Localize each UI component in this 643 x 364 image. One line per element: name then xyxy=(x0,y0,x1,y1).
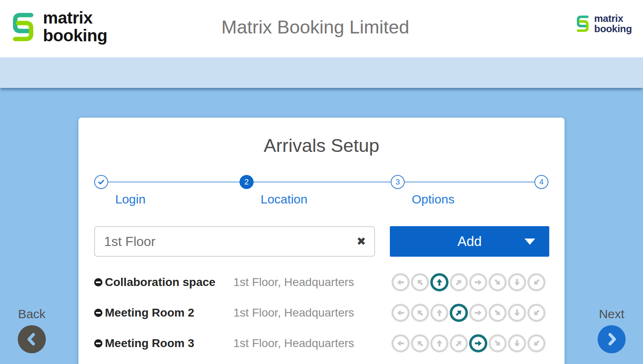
location-path: 1st Floor, Headquarters xyxy=(233,337,354,350)
direction-down-left-button[interactable] xyxy=(527,273,546,291)
logo-small-line1: matrix xyxy=(594,13,632,24)
location-row: Collaboration space 1st Floor, Headquart… xyxy=(94,267,549,298)
direction-down-right-button[interactable] xyxy=(489,304,507,322)
step-number: 3 xyxy=(396,177,400,187)
step-location[interactable]: 2 Location xyxy=(240,175,254,189)
direction-selector xyxy=(391,273,546,291)
location-row: Meeting Room 3 1st Floor, Headquarters xyxy=(94,328,549,359)
direction-up-left-button[interactable] xyxy=(411,334,429,352)
step-options-label: Options xyxy=(412,192,454,206)
location-search-input[interactable] xyxy=(94,226,375,257)
direction-up-right-button[interactable] xyxy=(450,304,468,322)
step-number: 2 xyxy=(244,177,249,187)
step-4-circle[interactable]: 4 xyxy=(534,175,548,189)
location-search: ✖ xyxy=(94,226,375,257)
direction-right-button[interactable] xyxy=(469,273,487,291)
chevron-left-icon xyxy=(24,332,39,347)
direction-right-button[interactable] xyxy=(469,304,487,322)
direction-right-button[interactable] xyxy=(469,334,487,352)
direction-up-left-button[interactable] xyxy=(411,273,429,291)
direction-down-right-button[interactable] xyxy=(489,334,507,352)
direction-left-button[interactable] xyxy=(391,334,410,352)
direction-selector xyxy=(391,304,546,322)
stepper-track xyxy=(101,182,541,182)
check-icon xyxy=(97,178,105,186)
direction-left-button[interactable] xyxy=(391,304,410,322)
location-name: Meeting Room 2 xyxy=(105,306,194,319)
next-button[interactable] xyxy=(598,325,626,353)
direction-up-left-button[interactable] xyxy=(411,304,429,322)
page-title: Arrivals Setup xyxy=(78,135,565,156)
chevron-down-icon xyxy=(524,239,535,245)
direction-left-button[interactable] xyxy=(391,273,410,291)
location-path: 1st Floor, Headquarters xyxy=(233,306,354,319)
direction-down-left-button[interactable] xyxy=(527,334,546,352)
step-location-circle[interactable]: 2 xyxy=(240,175,254,189)
direction-up-right-button[interactable] xyxy=(450,273,468,291)
direction-up-button[interactable] xyxy=(430,304,448,322)
chevron-right-icon xyxy=(604,332,619,347)
direction-up-right-button[interactable] xyxy=(450,334,468,352)
logo-small-wordmark: matrix booking xyxy=(594,13,632,34)
step-number: 4 xyxy=(539,177,544,187)
matrix-booking-logo-small: matrix booking xyxy=(575,13,632,34)
step-4[interactable]: 4 xyxy=(534,175,548,189)
direction-up-button[interactable] xyxy=(430,334,448,352)
direction-down-button[interactable] xyxy=(508,334,526,352)
back-label: Back xyxy=(18,307,46,321)
remove-icon[interactable] xyxy=(94,309,102,317)
step-location-label: Location xyxy=(261,192,307,206)
logo-small-line2: booking xyxy=(594,24,632,34)
direction-down-button[interactable] xyxy=(508,273,526,291)
header-sub-band xyxy=(0,57,643,88)
location-name: Meeting Room 3 xyxy=(105,337,194,350)
step-login-circle[interactable] xyxy=(94,175,108,189)
remove-icon[interactable] xyxy=(94,278,102,286)
step-login[interactable]: Login xyxy=(94,175,108,189)
add-button[interactable]: Add xyxy=(390,226,549,257)
direction-up-button[interactable] xyxy=(430,273,448,291)
app-header: matrix booking Matrix Booking Limited ma… xyxy=(0,0,643,57)
direction-down-button[interactable] xyxy=(508,304,526,322)
step-options-circle[interactable]: 3 xyxy=(391,175,405,189)
direction-selector xyxy=(391,334,546,352)
arrivals-setup-card: Arrivals Setup Login 2 Location 3 Option… xyxy=(78,118,565,364)
add-button-label: Add xyxy=(458,234,482,249)
remove-icon[interactable] xyxy=(94,339,102,347)
wizard-stepper: Login 2 Location 3 Options 4 xyxy=(94,175,549,212)
matrix-booking-logo-small-icon xyxy=(575,14,590,34)
direction-down-right-button[interactable] xyxy=(489,273,507,291)
direction-down-left-button[interactable] xyxy=(527,304,546,322)
next-label: Next xyxy=(599,307,624,321)
step-login-label: Login xyxy=(115,192,145,206)
back-button[interactable] xyxy=(18,325,46,353)
clear-icon[interactable]: ✖ xyxy=(356,236,366,247)
location-path: 1st Floor, Headquarters xyxy=(233,276,354,289)
company-title: Matrix Booking Limited xyxy=(0,17,631,38)
location-row: Meeting Room 2 1st Floor, Headquarters xyxy=(94,298,549,328)
step-options[interactable]: 3 Options xyxy=(391,175,405,189)
location-name: Collaboration space xyxy=(105,276,216,289)
